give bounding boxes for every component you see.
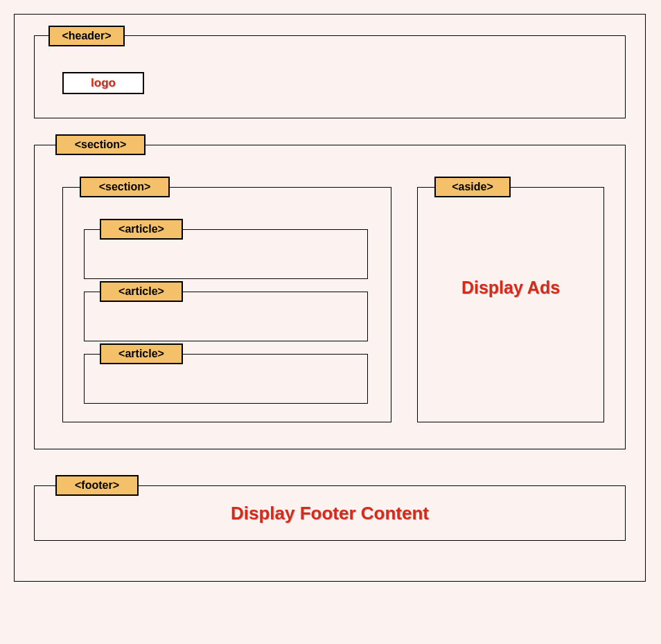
- header-tag-label: <header>: [49, 26, 125, 46]
- section-outer-region: <section> <section> <article> <article> …: [34, 145, 626, 449]
- logo-box: logo: [62, 72, 144, 94]
- section-outer-tag-label: <section>: [55, 134, 146, 155]
- article-tag-label-1: <article>: [100, 219, 183, 240]
- article-tag-label-2: <article>: [100, 281, 183, 302]
- section-inner-tag-label: <section>: [80, 177, 170, 197]
- aside-tag-label: <aside>: [434, 177, 511, 197]
- aside-content-text: Display Ads: [418, 278, 603, 298]
- article-region-3: <article>: [84, 354, 368, 404]
- footer-tag-label: <footer>: [55, 475, 139, 496]
- header-region: <header> logo: [34, 35, 626, 118]
- footer-content-text: Display Footer Content: [231, 503, 429, 524]
- aside-region: <aside> Display Ads: [417, 187, 604, 422]
- footer-region: <footer> Display Footer Content: [34, 485, 626, 541]
- article-tag-label-3: <article>: [100, 343, 183, 364]
- section-inner-region: <section> <article> <article> <article>: [62, 187, 391, 422]
- article-region-1: <article>: [84, 229, 368, 279]
- page-layout-diagram: <header> logo <section> <section> <artic…: [14, 14, 646, 582]
- article-region-2: <article>: [84, 292, 368, 341]
